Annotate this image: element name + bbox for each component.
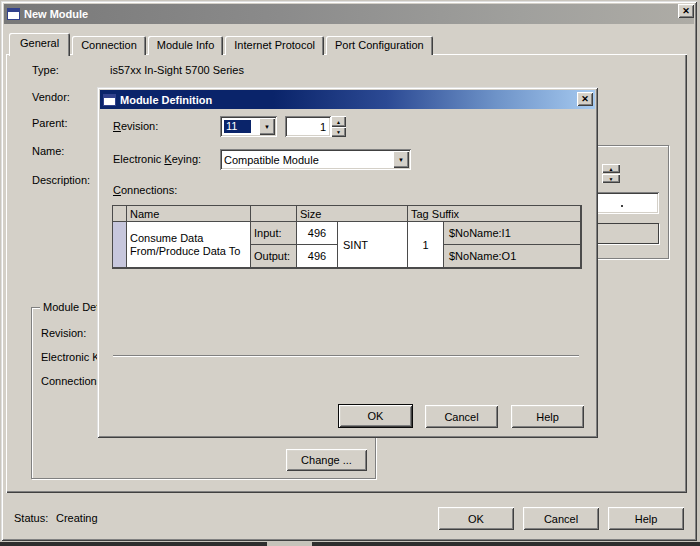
revision-minor-spin-up[interactable]: ▲	[331, 116, 346, 127]
window-title: New Module	[24, 8, 88, 20]
status-value: Creating	[56, 512, 98, 524]
vendor-label: Vendor:	[32, 91, 70, 103]
taskbar-segment	[267, 542, 312, 546]
revision-minor-spin-down[interactable]: ▼	[331, 127, 346, 137]
header-selector-cell	[113, 206, 127, 222]
input-tag-suffix-cell[interactable]: $NoName:I1	[444, 222, 581, 245]
spin-up-button[interactable]: ▲	[602, 164, 620, 173]
tab-module-info[interactable]: Module Info	[148, 36, 223, 55]
close-button[interactable]: ✕	[678, 4, 694, 18]
row-selector-cell[interactable]	[113, 222, 127, 268]
tab-port-configuration[interactable]: Port Configuration	[326, 36, 433, 55]
electronic-keying-combobox[interactable]: Compatible Module ▼	[220, 149, 411, 170]
modal-help-button[interactable]: Help	[511, 405, 584, 428]
cancel-button[interactable]: Cancel	[523, 507, 599, 530]
revision-minor-value: 1	[320, 121, 326, 133]
header-blank	[251, 206, 297, 222]
type-value: is57xx In-Sight 5700 Series	[110, 64, 244, 76]
tab-general[interactable]: General	[9, 33, 70, 56]
electronic-keying-dropdown-button[interactable]: ▼	[393, 151, 409, 168]
output-size-cell[interactable]: 496	[297, 245, 338, 268]
spin-up-icon: ▲	[336, 119, 341, 125]
description-label: Description:	[32, 174, 90, 186]
close-icon: ✕	[682, 6, 690, 16]
title-bar: New Module	[4, 4, 694, 24]
revision-major-dropdown-button[interactable]: ▼	[259, 118, 275, 135]
header-name: Name	[127, 206, 251, 222]
address-dot	[621, 205, 623, 207]
output-label-cell: Output:	[251, 245, 297, 268]
taskbar-strip	[0, 542, 700, 546]
revision-major-combobox[interactable]: 11 ▼	[220, 116, 277, 137]
modal-cancel-button[interactable]: Cancel	[425, 405, 498, 428]
modal-window-icon	[103, 94, 116, 106]
tab-connection[interactable]: Connection	[72, 36, 146, 55]
connection-name-cell[interactable]: Consume Data From/Produce Data To	[127, 222, 251, 268]
revision-summary-label: Revision:	[41, 327, 86, 339]
tab-strip: General Connection Module Info Internet …	[9, 33, 435, 55]
chevron-down-icon: ▼	[398, 157, 404, 163]
separator	[113, 355, 579, 357]
revision-label: Revision:	[113, 120, 158, 132]
instance-cell[interactable]: 1	[408, 222, 444, 268]
header-size: Size	[297, 206, 408, 222]
spin-down-icon: ▼	[336, 129, 341, 135]
revision-major-value: 11	[224, 120, 251, 133]
name-label: Name:	[32, 145, 64, 157]
module-definition-dialog: Module Definition ✕ Revision: 11 ▼ 1 ▲ ▼…	[97, 87, 598, 438]
spin-down-icon: ▼	[609, 176, 614, 182]
modal-ok-button[interactable]: OK	[338, 404, 413, 428]
revision-minor-field[interactable]: 1	[285, 116, 331, 137]
modal-window-title: Module Definition	[120, 94, 212, 106]
connections-label: Connections:	[113, 184, 177, 196]
output-tag-suffix-cell[interactable]: $NoName:O1	[444, 245, 581, 268]
modal-title-bar: Module Definition	[100, 90, 595, 109]
parent-label: Parent:	[32, 117, 67, 129]
status-label: Status:	[14, 512, 48, 524]
input-size-cell[interactable]: 496	[297, 222, 338, 245]
change-button[interactable]: Change ...	[286, 449, 367, 471]
tab-internet-protocol[interactable]: Internet Protocol	[225, 36, 324, 55]
window-icon	[7, 8, 20, 20]
spin-down-button[interactable]: ▼	[602, 174, 620, 183]
electronic-keying-value: Compatible Module	[224, 154, 319, 166]
modal-close-button[interactable]: ✕	[577, 92, 593, 106]
modal-close-icon: ✕	[581, 94, 589, 104]
spin-up-icon: ▲	[609, 166, 614, 172]
data-type-cell[interactable]: SINT	[338, 222, 408, 268]
connections-summary-label: Connections:	[41, 375, 105, 387]
chevron-down-icon: ▼	[264, 124, 270, 130]
ok-button[interactable]: OK	[438, 507, 514, 530]
electronic-keying-label: Electronic Keying:	[113, 153, 201, 165]
connections-table: Name Size Tag Suffix Consume Data From/P…	[112, 205, 582, 269]
header-tag-suffix: Tag Suffix	[408, 206, 581, 222]
help-button[interactable]: Help	[608, 507, 684, 530]
type-label: Type:	[32, 64, 59, 76]
input-label-cell: Input:	[251, 222, 297, 245]
